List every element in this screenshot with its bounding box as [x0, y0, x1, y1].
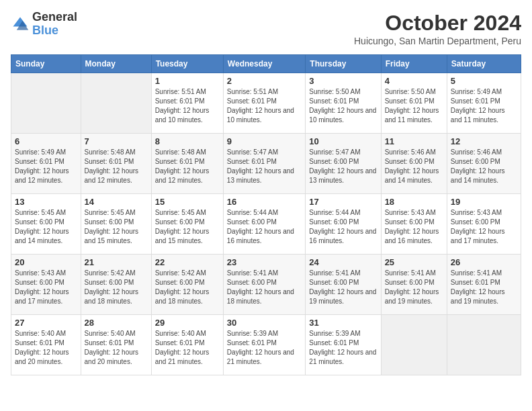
- day-cell: 30Sunrise: 5:39 AM Sunset: 6:01 PM Dayli…: [223, 315, 306, 375]
- day-info: Sunrise: 5:46 AM Sunset: 6:00 PM Dayligh…: [385, 148, 443, 185]
- day-cell: 12Sunrise: 5:46 AM Sunset: 6:00 PM Dayli…: [447, 134, 521, 194]
- day-info: Sunrise: 5:48 AM Sunset: 6:01 PM Dayligh…: [155, 148, 220, 185]
- day-number: 28: [85, 318, 148, 328]
- day-info: Sunrise: 5:48 AM Sunset: 6:01 PM Dayligh…: [85, 148, 148, 185]
- logo-icon: [11, 15, 30, 34]
- day-info: Sunrise: 5:44 AM Sunset: 6:00 PM Dayligh…: [227, 208, 302, 246]
- day-info: Sunrise: 5:45 AM Sunset: 6:00 PM Dayligh…: [15, 208, 77, 246]
- day-cell: 18Sunrise: 5:43 AM Sunset: 6:00 PM Dayli…: [381, 194, 447, 255]
- day-info: Sunrise: 5:41 AM Sunset: 6:00 PM Dayligh…: [309, 269, 377, 306]
- header-cell-sunday: Sunday: [11, 55, 81, 73]
- day-info: Sunrise: 5:44 AM Sunset: 6:00 PM Dayligh…: [309, 208, 377, 246]
- day-number: 19: [451, 197, 517, 207]
- day-cell: 11Sunrise: 5:46 AM Sunset: 6:00 PM Dayli…: [381, 134, 447, 194]
- day-info: Sunrise: 5:50 AM Sunset: 6:01 PM Dayligh…: [385, 87, 443, 125]
- day-number: 23: [227, 257, 302, 267]
- day-cell: 21Sunrise: 5:42 AM Sunset: 6:00 PM Dayli…: [81, 255, 151, 315]
- day-info: Sunrise: 5:45 AM Sunset: 6:00 PM Dayligh…: [85, 208, 148, 246]
- day-info: Sunrise: 5:39 AM Sunset: 6:01 PM Dayligh…: [309, 329, 377, 367]
- location-subtitle: Huicungo, San Martin Department, Peru: [354, 36, 521, 46]
- day-cell: 5Sunrise: 5:49 AM Sunset: 6:01 PM Daylig…: [447, 73, 521, 134]
- logo: General Blue: [11, 11, 77, 38]
- week-row-2: 6Sunrise: 5:49 AM Sunset: 6:01 PM Daylig…: [11, 134, 521, 194]
- day-number: 29: [155, 318, 220, 328]
- header-cell-tuesday: Tuesday: [151, 55, 223, 73]
- day-info: Sunrise: 5:51 AM Sunset: 6:01 PM Dayligh…: [155, 87, 220, 125]
- day-cell: 27Sunrise: 5:40 AM Sunset: 6:01 PM Dayli…: [11, 315, 81, 375]
- day-number: 24: [309, 257, 377, 267]
- day-cell: 16Sunrise: 5:44 AM Sunset: 6:00 PM Dayli…: [223, 194, 306, 255]
- day-cell: 15Sunrise: 5:45 AM Sunset: 6:00 PM Dayli…: [151, 194, 223, 255]
- day-info: Sunrise: 5:42 AM Sunset: 6:00 PM Dayligh…: [85, 269, 148, 306]
- calendar-header: SundayMondayTuesdayWednesdayThursdayFrid…: [11, 55, 521, 73]
- day-cell: 22Sunrise: 5:42 AM Sunset: 6:00 PM Dayli…: [151, 255, 223, 315]
- day-info: Sunrise: 5:41 AM Sunset: 6:00 PM Dayligh…: [385, 269, 443, 306]
- day-info: Sunrise: 5:47 AM Sunset: 6:00 PM Dayligh…: [309, 148, 377, 185]
- logo-text: General Blue: [32, 11, 77, 38]
- header-cell-thursday: Thursday: [306, 55, 381, 73]
- day-number: 7: [85, 136, 148, 146]
- week-row-1: 1Sunrise: 5:51 AM Sunset: 6:01 PM Daylig…: [11, 73, 521, 134]
- day-number: 16: [227, 197, 302, 207]
- day-number: 2: [227, 76, 302, 86]
- header-cell-monday: Monday: [81, 55, 151, 73]
- day-cell: [447, 315, 521, 375]
- day-number: 18: [385, 197, 443, 207]
- day-cell: 4Sunrise: 5:50 AM Sunset: 6:01 PM Daylig…: [381, 73, 447, 134]
- day-number: 25: [385, 257, 443, 267]
- day-info: Sunrise: 5:49 AM Sunset: 6:01 PM Dayligh…: [451, 87, 517, 125]
- day-number: 13: [15, 197, 77, 207]
- day-cell: 20Sunrise: 5:43 AM Sunset: 6:00 PM Dayli…: [11, 255, 81, 315]
- day-cell: 9Sunrise: 5:47 AM Sunset: 6:01 PM Daylig…: [223, 134, 306, 194]
- day-info: Sunrise: 5:50 AM Sunset: 6:01 PM Dayligh…: [309, 87, 377, 125]
- day-number: 15: [155, 197, 220, 207]
- header-cell-wednesday: Wednesday: [223, 55, 306, 73]
- day-number: 27: [15, 318, 77, 328]
- day-info: Sunrise: 5:42 AM Sunset: 6:00 PM Dayligh…: [155, 269, 220, 306]
- week-row-4: 20Sunrise: 5:43 AM Sunset: 6:00 PM Dayli…: [11, 255, 521, 315]
- day-number: 21: [85, 257, 148, 267]
- day-info: Sunrise: 5:40 AM Sunset: 6:01 PM Dayligh…: [15, 329, 77, 367]
- day-number: 1: [155, 76, 220, 86]
- day-cell: 3Sunrise: 5:50 AM Sunset: 6:01 PM Daylig…: [306, 73, 381, 134]
- day-info: Sunrise: 5:51 AM Sunset: 6:01 PM Dayligh…: [227, 87, 302, 125]
- day-info: Sunrise: 5:46 AM Sunset: 6:00 PM Dayligh…: [451, 148, 517, 185]
- day-number: 20: [15, 257, 77, 267]
- day-cell: 14Sunrise: 5:45 AM Sunset: 6:00 PM Dayli…: [81, 194, 151, 255]
- day-cell: 7Sunrise: 5:48 AM Sunset: 6:01 PM Daylig…: [81, 134, 151, 194]
- week-row-5: 27Sunrise: 5:40 AM Sunset: 6:01 PM Dayli…: [11, 315, 521, 375]
- day-cell: 25Sunrise: 5:41 AM Sunset: 6:00 PM Dayli…: [381, 255, 447, 315]
- day-number: 10: [309, 136, 377, 146]
- day-number: 26: [451, 257, 517, 267]
- day-info: Sunrise: 5:45 AM Sunset: 6:00 PM Dayligh…: [155, 208, 220, 246]
- day-number: 22: [155, 257, 220, 267]
- day-number: 6: [15, 136, 77, 146]
- day-number: 12: [451, 136, 517, 146]
- day-number: 3: [309, 76, 377, 86]
- day-cell: 10Sunrise: 5:47 AM Sunset: 6:00 PM Dayli…: [306, 134, 381, 194]
- day-cell: 28Sunrise: 5:40 AM Sunset: 6:01 PM Dayli…: [81, 315, 151, 375]
- day-number: 17: [309, 197, 377, 207]
- day-number: 9: [227, 136, 302, 146]
- day-number: 8: [155, 136, 220, 146]
- calendar-table: SundayMondayTuesdayWednesdayThursdayFrid…: [11, 54, 521, 375]
- day-number: 31: [309, 318, 377, 328]
- day-info: Sunrise: 5:49 AM Sunset: 6:01 PM Dayligh…: [15, 148, 77, 185]
- title-block: October 2024 Huicungo, San Martin Depart…: [354, 11, 521, 46]
- month-title: October 2024: [354, 11, 521, 36]
- day-cell: [381, 315, 447, 375]
- day-number: 4: [385, 76, 443, 86]
- day-number: 14: [85, 197, 148, 207]
- calendar-body: 1Sunrise: 5:51 AM Sunset: 6:01 PM Daylig…: [11, 73, 521, 375]
- day-info: Sunrise: 5:39 AM Sunset: 6:01 PM Dayligh…: [227, 329, 302, 367]
- day-cell: 1Sunrise: 5:51 AM Sunset: 6:01 PM Daylig…: [151, 73, 223, 134]
- day-cell: 26Sunrise: 5:41 AM Sunset: 6:01 PM Dayli…: [447, 255, 521, 315]
- day-info: Sunrise: 5:40 AM Sunset: 6:01 PM Dayligh…: [155, 329, 220, 367]
- day-cell: 13Sunrise: 5:45 AM Sunset: 6:00 PM Dayli…: [11, 194, 81, 255]
- day-info: Sunrise: 5:41 AM Sunset: 6:01 PM Dayligh…: [451, 269, 517, 306]
- day-cell: 17Sunrise: 5:44 AM Sunset: 6:00 PM Dayli…: [306, 194, 381, 255]
- day-number: 5: [451, 76, 517, 86]
- day-number: 30: [227, 318, 302, 328]
- header: General Blue October 2024 Huicungo, San …: [11, 11, 521, 46]
- day-cell: 23Sunrise: 5:41 AM Sunset: 6:00 PM Dayli…: [223, 255, 306, 315]
